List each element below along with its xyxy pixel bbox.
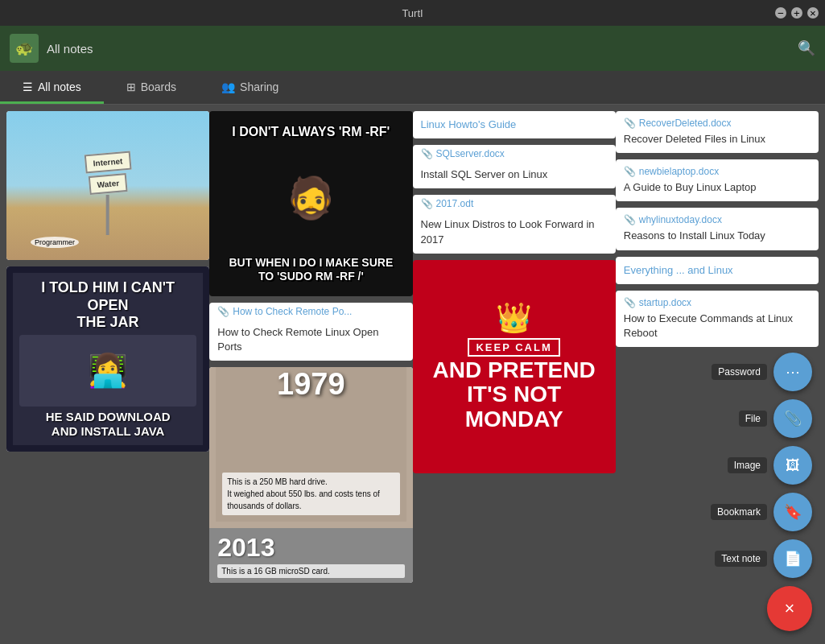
- year-overlay: 1979: [277, 367, 345, 402]
- tab-boards[interactable]: ⊞ Boards: [104, 72, 199, 104]
- logo-icon: 🐢: [15, 39, 33, 57]
- notes-col-3: Linux Howto's Guide 📎 SQLserver.docx Ins…: [413, 111, 616, 638]
- attachment-filename: 2017.odt: [436, 198, 474, 209]
- fab-attach-row: File 📎: [739, 399, 812, 438]
- all-notes-icon: ☰: [23, 80, 33, 93]
- programmer-label: Programmer: [31, 237, 79, 248]
- note-startup[interactable]: 📎 startup.docx How to Execute Commands a…: [616, 291, 819, 347]
- fab-textnote-row: Text note 📄: [715, 539, 812, 578]
- app-title: All notes: [47, 42, 93, 56]
- tab-all-notes[interactable]: ☰ All notes: [0, 72, 104, 104]
- keep-calm-sub: IT'S NOT: [467, 382, 561, 407]
- note-newbie-laptop[interactable]: 📎 newbielaptop.docx A Guide to Buy Linux…: [616, 159, 819, 201]
- more-tooltip: Password: [712, 364, 767, 380]
- meme-top-text: I DON'T ALWAYS 'rm -rf': [225, 118, 396, 146]
- main-content: Internet Water Programmer I TOLD HIM I C…: [0, 105, 825, 644]
- fab-image-row: Image 🖼: [728, 446, 812, 485]
- note-attachment: 📎 How to Check Remote Po...: [209, 303, 412, 319]
- titlebar: TurtI − + ×: [0, 0, 825, 26]
- note-why-linux[interactable]: 📎 whylinuxtoday.docx Reasons to Install …: [616, 208, 819, 250]
- fab-bookmark-row: Bookmark 🔖: [711, 493, 812, 531]
- meme-character: 🧔: [286, 166, 336, 230]
- search-button[interactable]: 🔍: [798, 39, 815, 57]
- topnav: 🐢 All notes 🔍: [0, 26, 825, 71]
- year-2013: 2013: [217, 533, 404, 563]
- note-image: 👑 KEEP CALM AND PRETEND IT'S NOT MONDAY: [413, 260, 616, 473]
- note-recover-deleted[interactable]: 📎 RecoverDeleted.docx Recover Deleted Fi…: [616, 111, 819, 153]
- close-button[interactable]: ×: [807, 7, 819, 19]
- sign-post: Internet Water: [84, 151, 133, 235]
- meme-bottom-text: HE SAID DOWNLOADAND INSTALL JAVA: [19, 410, 196, 439]
- note-title: How to Check Remote Linux Open Ports: [209, 319, 412, 361]
- note-title: A Guide to Buy Linux Laptop: [624, 180, 811, 195]
- note-everything-linux[interactable]: Everything ... and Linux: [616, 257, 819, 284]
- attachment-icon: 📎: [624, 214, 636, 225]
- titlebar-title: TurtI: [402, 7, 423, 19]
- note-title: Install SQL Server on Linux: [413, 161, 616, 188]
- attachment-filename: RecoverDeleted.docx: [639, 118, 732, 129]
- crown-icon: 👑: [496, 301, 532, 335]
- attachment-filename: How to Check Remote Po...: [233, 306, 352, 317]
- note-sqlserver[interactable]: 📎 SQLserver.docx Install SQL Server on L…: [413, 145, 616, 188]
- keep-calm-main: AND PRETEND: [433, 358, 596, 383]
- keep-calm-monday: MONDAY: [465, 407, 563, 432]
- sign-pole: [106, 195, 109, 235]
- attachment-filename: newbielaptop.docx: [639, 166, 719, 177]
- note-hard-drive[interactable]: 1979 This is a 250 MB hard drive. It wei…: [209, 367, 412, 583]
- note-image: I TOLD HIM I CAN'T OPENTHE JAR 👩‍💻 HE SA…: [6, 266, 209, 452]
- fab-textnote-button[interactable]: 📄: [773, 539, 812, 578]
- attachment-icon: 📎: [421, 198, 433, 209]
- tab-boards-label: Boards: [141, 80, 176, 93]
- minimize-button[interactable]: −: [775, 7, 786, 19]
- fab-attach-button[interactable]: 📎: [773, 399, 812, 438]
- note-remote-ports[interactable]: 📎 How to Check Remote Po... How to Check…: [209, 303, 412, 361]
- note-image: 1979 This is a 250 MB hard drive. It wei…: [209, 367, 412, 528]
- app-logo: 🐢: [10, 34, 39, 63]
- microsd-caption: This is a 16 GB microSD card.: [217, 564, 404, 578]
- attachment-filename: whylinuxtoday.docx: [639, 214, 722, 225]
- water-sign: Water: [89, 173, 128, 195]
- note-internet-water[interactable]: Internet Water Programmer: [6, 111, 209, 260]
- maximize-button[interactable]: +: [791, 7, 802, 19]
- note-title: Reasons to Install Linux Today: [624, 229, 811, 243]
- note-linux-howto[interactable]: Linux Howto's Guide: [413, 111, 616, 138]
- note-title: Linux Howto's Guide: [413, 111, 616, 138]
- meme-top-text: I TOLD HIM I CAN'T OPENTHE JAR: [19, 279, 196, 332]
- note-attachment: 📎 whylinuxtoday.docx: [624, 214, 811, 225]
- note-keep-calm[interactable]: 👑 KEEP CALM AND PRETEND IT'S NOT MONDAY: [413, 260, 616, 473]
- notes-col-2: I DON'T ALWAYS 'rm -rf' 🧔 BUT WHEN I DO …: [209, 111, 412, 638]
- attachment-filename: SQLserver.docx: [436, 148, 505, 159]
- internet-sign: Internet: [85, 151, 131, 174]
- microsd-section: 2013 This is a 16 GB microSD card.: [209, 528, 412, 583]
- tab-all-notes-label: All notes: [38, 80, 81, 93]
- fab-image-button[interactable]: 🖼: [773, 446, 812, 485]
- attachment-icon: 📎: [421, 148, 433, 159]
- note-title: Everything ... and Linux: [624, 263, 811, 278]
- fab-close-button[interactable]: ×: [767, 586, 812, 631]
- note-attachment: 📎 RecoverDeleted.docx: [624, 118, 811, 129]
- attachment-icon: 📎: [624, 297, 636, 308]
- window-controls: − + ×: [775, 7, 819, 19]
- meme-bottom-text: BUT WHEN I DO I MAKE SURE TO 'sudo rm -r…: [216, 250, 406, 290]
- tabs-bar: ☰ All notes ⊞ Boards 👥 Sharing: [0, 71, 825, 105]
- note-2017-distros[interactable]: 📎 2017.odt New Linux Distros to Look For…: [413, 195, 616, 253]
- note-image: Internet Water Programmer: [6, 111, 209, 260]
- attachment-icon: 📎: [217, 306, 229, 317]
- note-attachment: 📎 2017.odt: [413, 195, 616, 211]
- note-title: New Linux Distros to Look Forward in 201…: [413, 211, 616, 253]
- tab-sharing[interactable]: 👥 Sharing: [199, 72, 301, 104]
- boards-icon: ⊞: [126, 80, 136, 93]
- note-attachment: 📎 newbielaptop.docx: [624, 166, 811, 177]
- bookmark-tooltip: Bookmark: [711, 504, 767, 520]
- attachment-filename: startup.docx: [639, 297, 691, 308]
- note-cant-open-jar[interactable]: I TOLD HIM I CAN'T OPENTHE JAR 👩‍💻 HE SA…: [6, 266, 209, 452]
- note-rm-rf[interactable]: I DON'T ALWAYS 'rm -rf' 🧔 BUT WHEN I DO …: [209, 111, 412, 296]
- meme-person-image: 👩‍💻: [19, 335, 196, 407]
- fab-bookmark-button[interactable]: 🔖: [773, 493, 812, 531]
- note-title: Recover Deleted Files in Linux: [624, 132, 811, 147]
- tab-sharing-label: Sharing: [240, 80, 278, 93]
- fab-more-row: Password ⋯: [712, 353, 812, 391]
- attachment-icon: 📎: [624, 118, 636, 129]
- keep-calm-top: KEEP CALM: [468, 338, 559, 357]
- fab-more-button[interactable]: ⋯: [773, 353, 812, 391]
